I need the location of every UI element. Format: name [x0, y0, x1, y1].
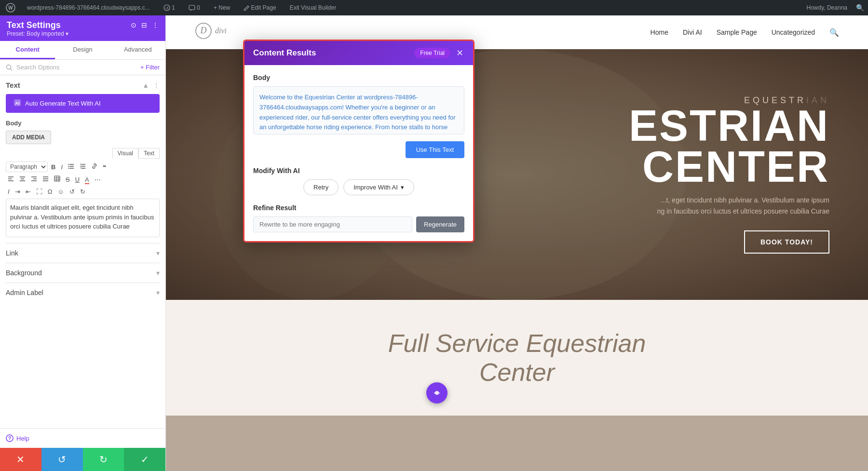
nav-uncategorized[interactable]: Uncategorized — [772, 28, 815, 36]
admin-label-title: Admin Label — [6, 289, 43, 296]
refine-input[interactable] — [253, 216, 412, 232]
nav-home[interactable]: Home — [651, 28, 668, 36]
paragraph-select[interactable]: Paragraph — [6, 161, 48, 172]
bold-btn[interactable]: B — [49, 162, 57, 172]
bottom-section: Full Service Equestrian Center — [166, 300, 868, 416]
svg-text:divi: divi — [215, 27, 227, 35]
section-more-icon[interactable]: ⋮ — [153, 81, 160, 89]
tab-content[interactable]: Content — [0, 41, 55, 59]
filter-btn[interactable]: + Filter — [140, 64, 160, 71]
site-name-bar[interactable]: wordpress-784896-3766464.cloudwaysapps.c… — [23, 4, 154, 11]
special-char-btn[interactable]: Ω — [46, 187, 54, 197]
chat-bubble[interactable] — [426, 382, 448, 404]
free-trial-badge[interactable]: Free Trial — [414, 48, 450, 58]
fullscreen-btn[interactable]: ⛶ — [34, 187, 44, 197]
howdy-bar: Howdy, Deanna — [807, 4, 848, 11]
more-toolbar-btn[interactable]: ⋯ — [93, 175, 103, 185]
refine-row: Regenerate — [253, 216, 464, 232]
nav-divi-ai[interactable]: Divi AI — [683, 28, 702, 36]
table-btn[interactable] — [52, 174, 62, 185]
underline-btn[interactable]: U — [73, 175, 81, 185]
confirm-btn[interactable]: ✓ — [124, 448, 165, 471]
refine-section: Refine Result Regenerate — [253, 204, 464, 232]
svg-text:3: 3 — [80, 166, 81, 169]
hero-text-block: EQUESTRIAN ESTRIAN CENTER ...t, eget tin… — [629, 95, 829, 254]
indent-btn[interactable]: ⇥ — [13, 187, 22, 197]
use-this-text-btn[interactable]: Use This Text — [406, 141, 464, 158]
text-color-btn[interactable]: A — [83, 175, 91, 185]
admin-label-section: Admin Label ▾ — [6, 283, 160, 302]
hero-center-title: CENTER — [629, 147, 829, 188]
italic-btn[interactable]: I — [59, 162, 65, 172]
undo-btn[interactable]: ↺ — [41, 448, 83, 471]
new-bar-btn[interactable]: + New — [210, 4, 234, 11]
edit-page-bar[interactable]: Edit Page — [240, 4, 280, 11]
svg-point-49 — [439, 392, 440, 394]
body-label: Body — [6, 120, 160, 127]
text-section-title: Text — [6, 81, 20, 89]
nav-sample[interactable]: Sample Page — [717, 28, 757, 36]
modify-section: Modify With AI Retry Improve With AI ▾ — [253, 167, 464, 195]
background-section: Background ▾ — [6, 263, 160, 283]
svg-text:↺: ↺ — [165, 6, 168, 11]
link-btn[interactable] — [89, 161, 99, 172]
editor-toolbar-row2: S U A ⋯ — [6, 174, 160, 185]
add-media-btn[interactable]: ADD MEDIA — [6, 131, 51, 144]
italic2-btn[interactable]: I — [6, 187, 12, 197]
help-section[interactable]: ? Help — [0, 428, 165, 448]
link-section: Link ▾ — [6, 243, 160, 263]
tab-advanced[interactable]: Advanced — [110, 41, 165, 59]
comments-bar[interactable]: 0 — [185, 4, 204, 12]
ul-btn[interactable] — [66, 161, 76, 172]
undo-toolbar-btn[interactable]: ↺ — [68, 187, 77, 197]
text-tab[interactable]: Text — [138, 148, 160, 159]
search-bar-icon[interactable]: 🔍 — [856, 4, 864, 12]
redo-toolbar-btn[interactable]: ↻ — [78, 187, 87, 197]
site-nav-links: Home Divi AI Sample Page Uncategorized 🔍 — [651, 28, 839, 37]
regenerate-btn[interactable]: Regenerate — [416, 216, 464, 232]
retry-btn[interactable]: Retry — [303, 179, 339, 195]
search-icon — [6, 64, 13, 71]
background-section-header[interactable]: Background ▾ — [6, 269, 160, 277]
outdent-btn[interactable]: ⇤ — [24, 187, 33, 197]
align-left-btn[interactable] — [6, 174, 16, 185]
tab-design[interactable]: Design — [55, 41, 110, 59]
ol-btn[interactable]: 123 — [78, 161, 88, 172]
admin-label-section-header[interactable]: Admin Label ▾ — [6, 289, 160, 296]
link-section-header[interactable]: Link ▾ — [6, 249, 160, 257]
modal-close-btn[interactable]: ✕ — [455, 48, 464, 58]
visual-tab[interactable]: Visual — [112, 148, 138, 159]
quote-btn[interactable]: ❝ — [101, 162, 108, 172]
settings-icon[interactable]: ⊙ — [131, 21, 136, 29]
book-btn[interactable]: BOOK TODAY! — [744, 230, 829, 254]
generated-text-area[interactable]: Welcome to the Equestrian Center at word… — [253, 86, 464, 135]
exit-builder-bar[interactable]: Exit Visual Builder — [286, 4, 340, 11]
sidebar-header-icons: ⊙ ⊟ ⋮ — [131, 21, 159, 29]
use-text-section: Use This Text — [253, 141, 464, 158]
more-icon[interactable]: ⋮ — [152, 21, 159, 29]
align-right-btn[interactable] — [29, 174, 39, 185]
strikethrough-btn[interactable]: S — [64, 175, 72, 185]
redo-btn[interactable]: ↻ — [83, 448, 124, 471]
svg-rect-33 — [54, 176, 60, 181]
emoji-btn[interactable]: ☺ — [55, 187, 66, 197]
background-chevron: ▾ — [156, 269, 160, 277]
editor-area[interactable]: Mauris blandit aliquet elit, eget tincid… — [6, 199, 160, 237]
content-results-modal: Content Results Free Trial ✕ Body Welcom… — [243, 40, 475, 242]
improve-with-ai-btn[interactable]: Improve With AI ▾ — [343, 179, 414, 195]
search-options-input[interactable] — [16, 64, 136, 71]
admin-bar: W wordpress-784896-3766464.cloudwaysapps… — [0, 0, 868, 15]
search-nav-icon[interactable]: 🔍 — [829, 28, 839, 37]
panel-preset[interactable]: Preset: Body imported ▾ — [7, 30, 68, 37]
justify-btn[interactable] — [41, 174, 51, 185]
collapse-icon[interactable]: ▲ — [142, 81, 149, 89]
ai-generate-btn[interactable]: AI Auto Generate Text With AI — [6, 94, 160, 113]
website-preview: D divi Home Divi AI Sample Page Uncatego… — [166, 15, 868, 471]
editor-toolbar-row3: I ⇥ ⇤ ⛶ Ω ☺ ↺ ↻ — [6, 187, 160, 197]
main-layout: Text Settings Preset: Body imported ▾ ⊙ … — [0, 15, 868, 471]
align-center-btn[interactable] — [17, 174, 27, 185]
columns-icon[interactable]: ⊟ — [141, 21, 147, 29]
notifications-bar[interactable]: ↺ 1 — [160, 4, 179, 12]
cancel-btn[interactable]: ✕ — [0, 448, 41, 471]
wp-logo[interactable]: W — [4, 1, 17, 14]
